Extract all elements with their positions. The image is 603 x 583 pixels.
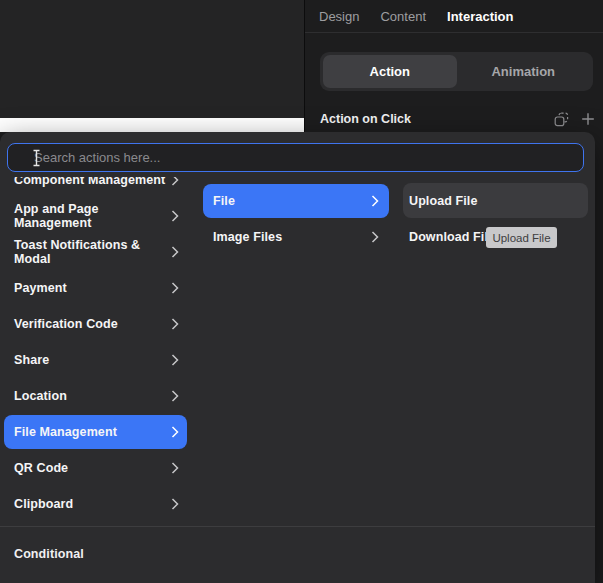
menu-item-label: Share xyxy=(14,353,49,367)
tab-interaction[interactable]: Interaction xyxy=(447,9,513,24)
action-animation-toggle: Action Animation xyxy=(320,52,593,91)
menu-item-label: Verification Code xyxy=(14,317,118,331)
chevron-right-icon xyxy=(371,195,379,207)
copy-icon[interactable] xyxy=(553,111,570,128)
menu-item-label: Location xyxy=(14,389,67,403)
menu-item-label: Clipboard xyxy=(14,497,73,511)
menu-item-share[interactable]: Share xyxy=(4,343,187,377)
menu-divider xyxy=(0,526,595,527)
toggle-option-animation[interactable]: Animation xyxy=(457,55,591,88)
add-action-icon[interactable] xyxy=(579,111,596,128)
canvas-white-frame xyxy=(0,118,304,132)
category-menu: Component Management App and Page Manage… xyxy=(4,177,187,525)
file-management-submenu: File Image Files xyxy=(203,184,389,256)
design-canvas xyxy=(0,0,304,118)
menu-item-qr-code[interactable]: QR Code xyxy=(4,451,187,485)
submenu-item-image-files[interactable]: Image Files xyxy=(203,220,389,254)
menu-item-clipboard[interactable]: Clipboard xyxy=(4,487,187,521)
menu-item-verification-code[interactable]: Verification Code xyxy=(4,307,187,341)
chevron-right-icon xyxy=(171,210,179,222)
menu-item-app-and-page-management[interactable]: App and Page Management xyxy=(4,199,187,233)
chevron-right-icon xyxy=(171,246,179,258)
action-on-click-row: Action on Click xyxy=(320,107,596,131)
section-actions xyxy=(553,111,596,128)
search-input[interactable] xyxy=(7,143,584,172)
menu-item-payment[interactable]: Payment xyxy=(4,271,187,305)
section-title: Action on Click xyxy=(320,112,411,126)
submenu-item-file[interactable]: File xyxy=(203,184,389,218)
menu-item-component-management[interactable]: Component Management xyxy=(4,177,187,197)
menu-item-location[interactable]: Location xyxy=(4,379,187,413)
tab-design[interactable]: Design xyxy=(319,9,359,24)
menu-item-conditional[interactable]: Conditional xyxy=(14,544,84,564)
toggle-option-action[interactable]: Action xyxy=(323,55,457,88)
action-item-upload-file[interactable]: Upload File xyxy=(403,183,588,218)
menu-item-label: Toast Notifications & Modal xyxy=(14,238,171,266)
chevron-right-icon xyxy=(171,390,179,402)
menu-item-file-management[interactable]: File Management xyxy=(4,415,187,449)
chevron-right-icon xyxy=(171,318,179,330)
menu-item-label: File Management xyxy=(14,425,117,439)
menu-item-label: QR Code xyxy=(14,461,68,475)
chevron-right-icon xyxy=(171,354,179,366)
tab-content[interactable]: Content xyxy=(380,9,426,24)
chevron-right-icon xyxy=(171,177,179,186)
menu-item-label: Payment xyxy=(14,281,67,295)
action-picker-dropdown: Component Management App and Page Manage… xyxy=(0,132,595,583)
inspector-tabbar: Design Content Interaction xyxy=(305,0,603,33)
chevron-right-icon xyxy=(171,282,179,294)
chevron-right-icon xyxy=(371,231,379,243)
menu-item-label: Image Files xyxy=(213,230,282,244)
menu-item-label: File xyxy=(213,194,235,208)
menu-item-toast-notifications-modal[interactable]: Toast Notifications & Modal xyxy=(4,235,187,269)
menu-item-label: Upload File xyxy=(409,194,477,208)
menu-item-label: Conditional xyxy=(14,547,84,561)
menu-item-label: Download File xyxy=(409,230,495,244)
menu-item-label: App and Page Management xyxy=(14,202,171,230)
chevron-right-icon xyxy=(171,498,179,510)
upload-file-tooltip: Upload File xyxy=(486,227,557,248)
chevron-right-icon xyxy=(171,462,179,474)
menu-item-label: Component Management xyxy=(14,177,165,187)
search-field-wrap xyxy=(7,143,584,172)
chevron-right-icon xyxy=(171,426,179,438)
